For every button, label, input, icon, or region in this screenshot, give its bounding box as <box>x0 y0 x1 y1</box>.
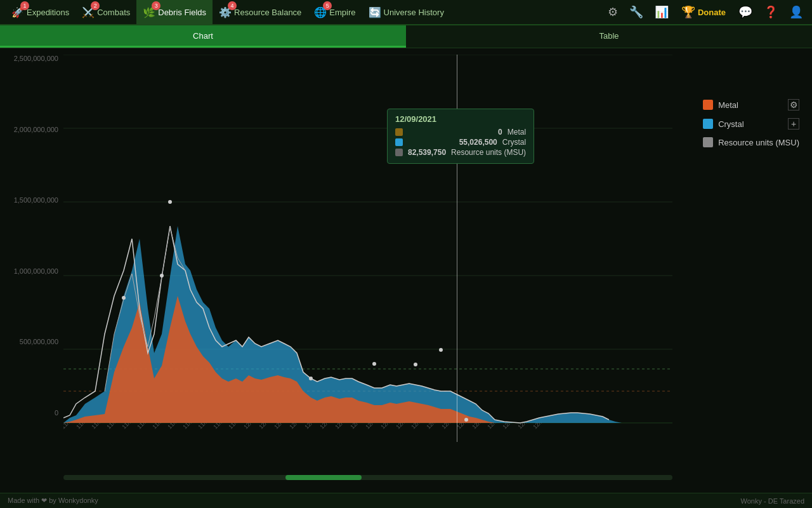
legend-metal-settings[interactable]: ⚙ <box>788 99 799 110</box>
nav-resource-balance[interactable]: ⚙️ 4 Resource Balance <box>213 0 308 25</box>
legend-metal: Metal ⚙ <box>703 99 799 110</box>
discord-button[interactable]: 💬 <box>735 3 756 22</box>
peak-dot-8 <box>464 418 468 422</box>
tab-chart[interactable]: Chart <box>0 25 406 48</box>
y-axis: 2,500,000,000 2,000,000,000 1,500,000,00… <box>0 48 63 442</box>
nav-expeditions[interactable]: 🚀 1 Expeditions <box>5 0 75 25</box>
scrollbar-thumb[interactable] <box>285 475 362 480</box>
nav-combats[interactable]: ⚔️ 2 Combats <box>75 0 136 25</box>
nav-tools: ⚙ 🔧 📊 🏆 Donate 💬 ❓ 👤 <box>604 3 807 22</box>
peak-dot-6 <box>414 363 417 366</box>
tooltip-metal-row: 0 Metal <box>395 128 526 137</box>
footer-credit: Made with ❤ by Wonkydonky <box>8 497 98 505</box>
universe-history-label: Universe History <box>384 8 444 17</box>
tooltip: 12/09/2021 0 Metal 55,026,500 Crystal 82… <box>387 109 534 164</box>
y-label-0: 2,500,000,000 <box>5 55 58 62</box>
y-label-5: 0 <box>5 409 58 417</box>
legend: Metal ⚙ Crystal + Resource units (MSU) <box>703 99 799 147</box>
peak-dot-4 <box>309 377 313 380</box>
resource-balance-badge: 4 <box>228 1 237 10</box>
expeditions-label: Expeditions <box>27 8 69 17</box>
empire-label: Empire <box>329 8 355 17</box>
tooltip-crystal-label: Crystal <box>502 138 526 147</box>
legend-metal-label: Metal <box>718 100 738 110</box>
y-label-1: 2,000,000,000 <box>5 126 58 133</box>
chart-svg <box>63 55 672 448</box>
legend-crystal-add[interactable]: + <box>788 118 799 130</box>
tools-button[interactable]: 🔧 <box>625 3 647 22</box>
peak-dot-1 <box>122 296 126 300</box>
peak-dot-5 <box>372 362 376 366</box>
tab-chart-label: Chart <box>193 31 213 41</box>
tooltip-crystal-value: 55,026,500 <box>459 138 497 147</box>
legend-msu-label: Resource units (MSU) <box>718 138 799 147</box>
tooltip-crystal-row: 55,026,500 Crystal <box>395 138 526 147</box>
svg-text:12/20/2021: 12/20/2021 <box>532 423 556 430</box>
debris-label: Debris Fields <box>158 8 206 17</box>
settings-button[interactable]: ⚙ <box>604 3 622 22</box>
donate-button[interactable]: 🏆 Donate <box>676 3 731 22</box>
nav-universe-history[interactable]: 🔄 Universe History <box>362 0 450 25</box>
tooltip-metal-label: Metal <box>508 128 526 137</box>
tab-table[interactable]: Table <box>406 25 812 48</box>
tooltip-crystal-color <box>395 138 403 146</box>
peak-dot-3 <box>168 200 172 204</box>
donate-icon: 🏆 <box>681 5 695 19</box>
tooltip-msu-row: 82,539,750 Resource units (MSU) <box>395 148 526 157</box>
nav-debris-fields[interactable]: 🌿 3 Debris Fields <box>136 0 213 25</box>
chart-container[interactable]: 2,500,000,000 2,000,000,000 1,500,000,00… <box>0 48 812 486</box>
tab-table-label: Table <box>599 31 619 41</box>
tooltip-msu-color <box>395 149 403 156</box>
legend-msu: Resource units (MSU) <box>703 137 799 147</box>
navbar: 🚀 1 Expeditions ⚔️ 2 Combats 🌿 3 Debris … <box>0 0 812 25</box>
tooltip-msu-value: 82,539,750 <box>408 148 446 157</box>
expeditions-badge: 1 <box>20 1 29 10</box>
tooltip-date: 12/09/2021 <box>395 114 526 124</box>
donate-label: Donate <box>698 8 726 17</box>
nav-empire[interactable]: 🌐 5 Empire <box>308 0 362 25</box>
legend-crystal-color <box>703 119 713 129</box>
y-label-3: 1,000,000,000 <box>5 267 58 275</box>
footer: Made with ❤ by Wonkydonky Wonky - DE Tar… <box>0 493 812 508</box>
combats-label: Combats <box>97 8 130 17</box>
y-label-2: 1,500,000,000 <box>5 196 58 204</box>
resource-balance-label: Resource Balance <box>234 8 301 17</box>
peak-dot-2 <box>160 274 164 277</box>
table-button[interactable]: 📊 <box>651 3 672 22</box>
legend-msu-color <box>703 137 713 147</box>
legend-crystal-label: Crystal <box>718 119 743 129</box>
scrollbar[interactable] <box>63 475 672 480</box>
tooltip-msu-label: Resource units (MSU) <box>451 148 526 157</box>
footer-user: Wonky - DE Tarazed <box>741 497 804 505</box>
tooltip-metal-color <box>395 128 403 136</box>
universe-history-icon: 🔄 <box>369 6 381 18</box>
help-button[interactable]: ❓ <box>760 3 782 22</box>
tabs: Chart Table <box>0 25 812 48</box>
legend-metal-color <box>703 100 713 110</box>
x-axis: 11/19/2021 11/20/2021 11/21/2021 11/22/2… <box>63 423 672 467</box>
peak-dot-7 <box>439 348 443 352</box>
user-button[interactable]: 👤 <box>785 3 807 22</box>
y-label-4: 500,000,000 <box>5 338 58 345</box>
legend-crystal: Crystal + <box>703 118 799 130</box>
tooltip-metal-value: 0 <box>498 128 502 137</box>
